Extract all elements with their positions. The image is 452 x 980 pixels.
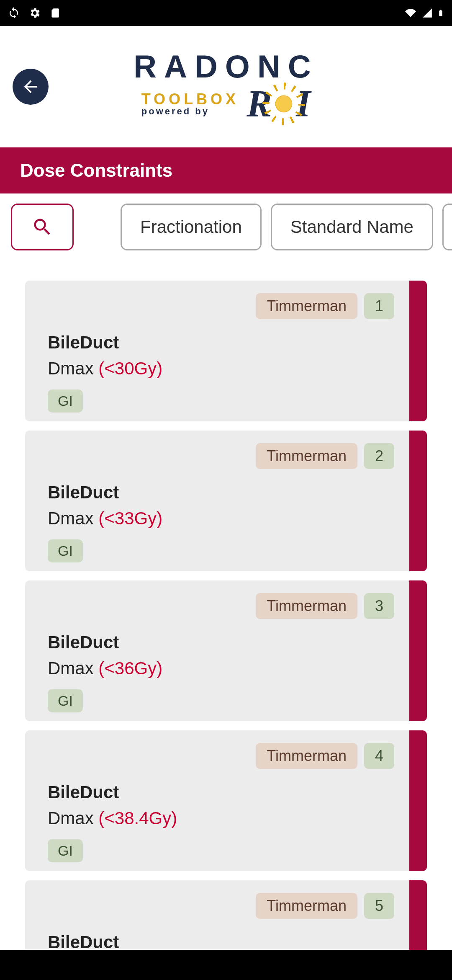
constraint-card[interactable]: Timmerman 2 BileDuct Dmax (<33Gy) GI bbox=[25, 431, 427, 571]
source-badge: Timmerman bbox=[256, 743, 357, 769]
source-badge: Timmerman bbox=[256, 893, 357, 919]
constraint-text: Dmax (<36Gy) bbox=[48, 658, 404, 678]
card-stripe bbox=[409, 730, 427, 871]
logo-powered-text: powered by bbox=[141, 107, 209, 116]
constraint-value: (<33Gy) bbox=[98, 508, 162, 528]
page-title: Dose Constraints bbox=[0, 147, 452, 193]
card-stripe bbox=[409, 880, 427, 950]
constraint-card[interactable]: Timmerman 5 BileDuct Dmax (<41Gy) bbox=[25, 880, 427, 950]
card-badges: Timmerman 1 bbox=[256, 293, 394, 319]
number-badge: 5 bbox=[364, 893, 394, 919]
constraint-card[interactable]: Timmerman 1 BileDuct Dmax (<30Gy) GI bbox=[25, 281, 427, 421]
card-badges: Timmerman 4 bbox=[256, 743, 394, 769]
number-badge: 2 bbox=[364, 443, 394, 469]
status-bar bbox=[0, 0, 452, 26]
metric-label: Dmax bbox=[48, 658, 98, 678]
constraint-value: (<36Gy) bbox=[98, 658, 162, 678]
card-stripe bbox=[409, 431, 427, 571]
category-tag: GI bbox=[48, 689, 83, 712]
number-badge: 1 bbox=[364, 293, 394, 319]
constraint-card[interactable]: Timmerman 3 BileDuct Dmax (<36Gy) GI bbox=[25, 580, 427, 721]
organ-name: BileDuct bbox=[48, 632, 404, 652]
search-icon bbox=[31, 216, 53, 238]
constraint-card[interactable]: Timmerman 4 BileDuct Dmax (<38.4Gy) GI bbox=[25, 730, 427, 871]
status-left bbox=[8, 7, 403, 19]
filter-row: Fractionation Standard Name bbox=[0, 193, 452, 260]
number-badge: 3 bbox=[364, 593, 394, 619]
battery-icon bbox=[437, 7, 444, 19]
logo-line1: RADONC bbox=[134, 51, 318, 83]
source-badge: Timmerman bbox=[256, 593, 357, 619]
app-screen: RADONC TOOLBOX powered by R I Dose Const… bbox=[0, 0, 452, 980]
logo-toolbox-text: TOOLBOX bbox=[141, 92, 239, 107]
card-stripe bbox=[409, 281, 427, 421]
sim-card-icon bbox=[49, 7, 60, 19]
back-button[interactable] bbox=[13, 69, 49, 105]
source-badge: Timmerman bbox=[256, 443, 357, 469]
signal-icon bbox=[422, 8, 433, 18]
wifi-icon bbox=[403, 8, 418, 18]
category-tag: GI bbox=[48, 839, 83, 862]
sun-icon bbox=[269, 89, 298, 119]
metric-label: Dmax bbox=[48, 808, 98, 828]
organ-name: BileDuct bbox=[48, 333, 404, 353]
constraint-value: (<30Gy) bbox=[98, 358, 162, 378]
metric-label: Dmax bbox=[48, 358, 98, 378]
search-button[interactable] bbox=[11, 204, 74, 250]
app-header: RADONC TOOLBOX powered by R I bbox=[0, 26, 452, 147]
system-nav-bar bbox=[0, 950, 452, 980]
logo-toolbox: TOOLBOX powered by bbox=[141, 92, 239, 116]
card-badges: Timmerman 2 bbox=[256, 443, 394, 469]
constraint-list[interactable]: Timmerman 1 BileDuct Dmax (<30Gy) GI Tim… bbox=[0, 260, 452, 950]
card-stripe bbox=[409, 580, 427, 721]
number-badge: 4 bbox=[364, 743, 394, 769]
settings-gear-icon bbox=[28, 7, 41, 19]
logo-line2: TOOLBOX powered by R I bbox=[134, 85, 318, 123]
metric-label: Dmax bbox=[48, 508, 98, 528]
app-logo: RADONC TOOLBOX powered by R I bbox=[134, 51, 318, 123]
category-tag: GI bbox=[48, 389, 83, 413]
organ-name: BileDuct bbox=[48, 782, 404, 802]
logo-roi: R I bbox=[247, 85, 311, 123]
organ-name: BileDuct bbox=[48, 932, 404, 950]
filter-standard-name[interactable]: Standard Name bbox=[271, 204, 433, 250]
category-tag: GI bbox=[48, 539, 83, 562]
constraint-text: Dmax (<30Gy) bbox=[48, 358, 404, 379]
constraint-text: Dmax (<38.4Gy) bbox=[48, 808, 404, 828]
card-badges: Timmerman 5 bbox=[256, 893, 394, 919]
status-right bbox=[403, 7, 444, 19]
constraint-value: (<38.4Gy) bbox=[98, 808, 177, 828]
constraint-text: Dmax (<33Gy) bbox=[48, 508, 404, 529]
source-badge: Timmerman bbox=[256, 293, 357, 319]
card-badges: Timmerman 3 bbox=[256, 593, 394, 619]
arrow-left-icon bbox=[21, 77, 40, 96]
organ-name: BileDuct bbox=[48, 482, 404, 503]
filter-overflow[interactable] bbox=[442, 204, 452, 250]
filter-fractionation[interactable]: Fractionation bbox=[121, 204, 262, 250]
sync-icon bbox=[8, 7, 20, 19]
